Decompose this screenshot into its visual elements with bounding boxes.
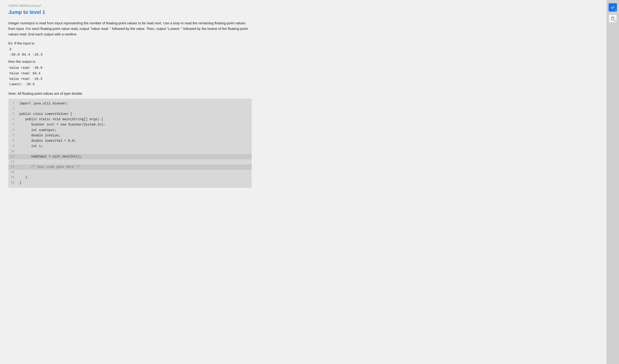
level-1-badge: 1	[615, 9, 616, 11]
line-number: 3	[8, 111, 17, 116]
code-line: 3public class LowestValues {	[8, 111, 252, 117]
line-code: double lowestVal = 0.0;	[19, 138, 252, 144]
line-code: Scanner scnr = new Scanner(System.in);	[19, 122, 252, 127]
output-line-3: Value read: -18.5	[9, 76, 598, 82]
check-icon	[611, 5, 615, 10]
line-number: 14	[8, 170, 17, 175]
line-number: 10	[8, 149, 17, 154]
code-line: 2	[8, 106, 252, 111]
code-line: 16}	[8, 180, 252, 186]
line-code: }	[19, 175, 252, 180]
code-line: 13 /* Your code goes here */	[8, 164, 252, 170]
code-line: 1import java.util.Scanner;	[8, 101, 252, 106]
code-line: 9 int i;	[8, 144, 252, 149]
code-line: 15 }	[8, 175, 252, 180]
code-line: 12	[8, 159, 252, 164]
code-line: 14	[8, 170, 252, 175]
code-editor[interactable]: 1import java.util.Scanner;23public class…	[8, 99, 252, 188]
line-number: 15	[8, 175, 17, 180]
page-container: S28040.3489528.qx3zqy7 Jump to level 1 I…	[0, 0, 619, 364]
line-number: 5	[8, 122, 17, 127]
level-2-button[interactable]: 2	[609, 14, 617, 23]
line-code: import java.util.Scanner;	[19, 101, 252, 106]
line-code: }	[19, 180, 252, 186]
example-label: Ex: If the input is:	[8, 41, 598, 45]
line-code: /* Your code goes here */	[19, 164, 252, 170]
note-text: Note: All floating-point values are of t…	[8, 92, 598, 95]
line-number: 7	[8, 133, 17, 138]
line-number: 16	[8, 180, 17, 185]
line-number: 4	[8, 117, 17, 121]
line-code: public class LowestValues {	[19, 111, 252, 117]
code-line: 6 int numInput;	[8, 128, 252, 133]
code-line: 7 double inValue;	[8, 133, 252, 138]
then-output-label: then the output is:	[8, 59, 598, 63]
code-line: 4 public static void main(String[] args)…	[8, 117, 252, 122]
line-number: 9	[8, 144, 17, 148]
main-content: S28040.3489528.qx3zqy7 Jump to level 1 I…	[0, 0, 606, 364]
code-line: 11 numInput = scnr.nextInt();	[8, 154, 252, 159]
line-number: 2	[8, 106, 17, 111]
line-code: public static void main(String[] args) {	[19, 117, 252, 122]
line-number: 13	[8, 164, 17, 169]
code-line: 8 double lowestVal = 0.0;	[8, 138, 252, 144]
code-line: 5 Scanner scnr = new Scanner(System.in);	[8, 122, 252, 127]
input-example-line2: -36.8 84.4 -18.5	[8, 53, 598, 57]
breadcrumb: S28040.3489528.qx3zqy7	[8, 4, 598, 7]
output-line-2: Value read: 84.4	[9, 71, 598, 76]
line-number: 6	[8, 128, 17, 133]
code-line: 10	[8, 149, 252, 154]
line-number: 11	[8, 154, 17, 159]
output-line-1: Value read: -36.8	[9, 65, 598, 71]
clipboard-icon	[611, 16, 615, 21]
level-1-button[interactable]: 1	[609, 3, 617, 12]
line-code: int i;	[19, 144, 252, 149]
line-number: 8	[8, 138, 17, 143]
line-code: int numInput;	[19, 128, 252, 133]
output-line-4: Lowest: -36.8	[9, 82, 598, 87]
svg-rect-1	[612, 17, 613, 18]
page-title: Jump to level 1	[8, 9, 598, 15]
line-number: 1	[8, 101, 17, 106]
line-code: double inValue;	[19, 133, 252, 138]
sidebar-right: 1 2	[606, 0, 619, 364]
line-code: numInput = scnr.nextInt();	[19, 154, 252, 159]
line-number: 12	[8, 159, 17, 164]
input-example-line1: 3	[8, 47, 598, 51]
problem-description: Integer numInput is read from input repr…	[8, 20, 252, 37]
level-2-badge: 2	[615, 20, 616, 22]
output-block: Value read: -36.8 Value read: 84.4 Value…	[8, 65, 598, 87]
